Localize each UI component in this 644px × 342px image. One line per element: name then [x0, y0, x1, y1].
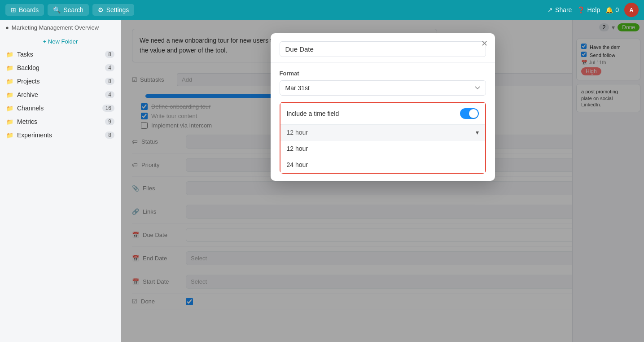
share-button[interactable]: ↗ Share [548, 6, 572, 13]
hour-option-12[interactable]: 12 hour [280, 140, 485, 157]
time-field-header: Include a time field [280, 103, 485, 124]
main-layout: ● Marketing Management Overview + New Fo… [0, 20, 644, 342]
format-select[interactable]: Mar 31st [280, 80, 486, 96]
modal-close-button[interactable]: ✕ [481, 39, 488, 48]
folder-icon: 📁 [6, 51, 13, 58]
boards-button[interactable]: ⊞ Boards [5, 4, 44, 16]
sidebar-item-projects[interactable]: 📁 Projects 8 [0, 75, 121, 88]
hour-dropdown-trigger[interactable]: 12 hour ▾ [280, 124, 485, 140]
notifications-button[interactable]: 🔔 0 [605, 6, 619, 13]
modal-header [271, 33, 495, 63]
bell-icon: 🔔 [605, 6, 613, 13]
sidebar: ● Marketing Management Overview + New Fo… [0, 20, 121, 342]
help-icon: ❓ [577, 6, 585, 13]
chevron-down-icon: ▾ [476, 129, 479, 136]
settings-button[interactable]: ⚙ Settings [92, 4, 135, 16]
avatar[interactable]: A [624, 3, 639, 17]
modal-title-input[interactable] [280, 41, 486, 57]
folder-icon: 📁 [6, 105, 13, 112]
time-field-label: Include a time field [287, 110, 339, 117]
folder-icon: 📁 [6, 78, 13, 85]
top-nav: ⊞ Boards 🔍 Search ⚙ Settings ↗ Share ❓ H… [0, 0, 644, 20]
folder-icon: 📁 [6, 118, 13, 125]
modal: ✕ Format Mar 31st Inc [271, 33, 495, 181]
hour-dropdown-value: 12 hour [287, 129, 308, 136]
search-button[interactable]: 🔍 Search [48, 4, 88, 16]
workspace-icon: ● [5, 24, 9, 31]
folder-icon: 📁 [6, 92, 13, 98]
nav-right: ↗ Share ❓ Help 🔔 0 A [548, 3, 639, 17]
modal-backdrop[interactable]: ✕ Format Mar 31st Inc [121, 20, 644, 342]
modal-body: Format Mar 31st Include a time field [271, 63, 495, 181]
sidebar-item-backlog[interactable]: 📁 Backlog 4 [0, 61, 121, 75]
search-label: Search [63, 6, 83, 13]
format-label: Format [280, 70, 486, 77]
sidebar-item-metrics[interactable]: 📁 Metrics 9 [0, 115, 121, 128]
time-field-toggle[interactable] [460, 108, 479, 119]
content-area: We need a new onboarding tour for new us… [121, 20, 644, 342]
folder-icon: 📁 [6, 132, 13, 139]
search-icon: 🔍 [53, 6, 61, 13]
time-field-section: Include a time field 12 hour ▾ [280, 102, 486, 174]
toggle-thumb [469, 109, 478, 118]
hour-options: 12 hour 24 hour [280, 140, 485, 173]
new-folder-button[interactable]: + New Folder [0, 35, 121, 48]
sidebar-item-experiments[interactable]: 📁 Experiments 8 [0, 128, 121, 142]
workspace-label[interactable]: ● Marketing Management Overview [0, 20, 121, 35]
settings-icon: ⚙ [98, 6, 104, 13]
sidebar-item-channels[interactable]: 📁 Channels 16 [0, 101, 121, 115]
settings-label: Settings [106, 6, 129, 13]
sidebar-item-tasks[interactable]: 📁 Tasks 8 [0, 48, 121, 61]
hour-option-24[interactable]: 24 hour [280, 157, 485, 173]
boards-icon: ⊞ [11, 6, 16, 13]
help-button[interactable]: ❓ Help [577, 6, 600, 13]
boards-label: Boards [19, 6, 39, 13]
sidebar-item-archive[interactable]: 📁 Archive 4 [0, 88, 121, 101]
folder-icon: 📁 [6, 65, 13, 71]
share-icon: ↗ [548, 6, 553, 13]
